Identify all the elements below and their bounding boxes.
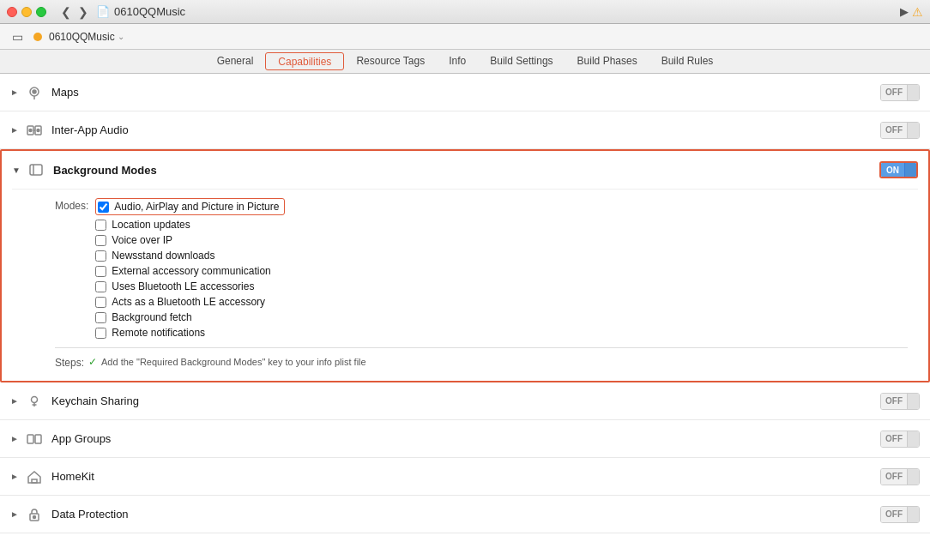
- maps-label: Maps: [51, 86, 880, 99]
- mode-voip-checkbox[interactable]: [95, 235, 106, 246]
- back-button[interactable]: ❮: [58, 5, 74, 19]
- inter-app-audio-label: Inter-App Audio: [51, 123, 880, 136]
- nav-buttons[interactable]: ❮ ❯: [58, 5, 91, 19]
- steps-row: Steps: ✓ Add the "Required Background Mo…: [55, 347, 908, 369]
- homekit-toggle[interactable]: OFF ON: [880, 468, 920, 485]
- cap-row-header-data-protection: ► Data Protection OFF ON: [10, 496, 920, 533]
- mode-newsstand-checkbox[interactable]: [95, 250, 106, 262]
- tab-info[interactable]: Info: [437, 50, 478, 73]
- expand-data-protection[interactable]: ►: [10, 509, 24, 519]
- sidebar-toggle-button[interactable]: ▭: [9, 28, 27, 45]
- maps-toggle-slider: [907, 85, 919, 100]
- tab-build-rules[interactable]: Build Rules: [649, 50, 726, 73]
- cap-row-background-modes: ▼ Background Modes ON Modes:: [0, 149, 930, 382]
- mode-voip-item: Voice over IP: [95, 234, 285, 246]
- maximize-button[interactable]: [36, 7, 46, 17]
- data-protection-toggle[interactable]: OFF ON: [880, 506, 920, 523]
- svg-point-6: [29, 129, 32, 131]
- homekit-toggle-off: OFF: [881, 469, 907, 485]
- maps-toggle[interactable]: OFF ON: [880, 84, 920, 101]
- mode-bluetooth-accessory-label: Acts as a Bluetooth LE accessory: [112, 296, 265, 308]
- inter-app-audio-toggle-off: OFF: [881, 123, 907, 138]
- app-groups-icon: [24, 429, 45, 449]
- tab-general[interactable]: General: [205, 50, 266, 73]
- modes-row: Modes: Audio, AirPlay and Picture in Pic…: [55, 198, 908, 339]
- cap-row-header-inter-app-audio: ► Inter-App Audio OFF ON: [10, 111, 920, 149]
- titlebar-right-controls[interactable]: ▶ ⚠: [900, 5, 923, 19]
- modes-options: Audio, AirPlay and Picture in Picture Lo…: [95, 198, 285, 339]
- doc-icon: 📄: [96, 5, 110, 18]
- mode-background-fetch-checkbox[interactable]: [95, 312, 106, 323]
- titlebar: ❮ ❯ 📄 0610QQMusic ▶ ⚠: [0, 0, 930, 24]
- cap-row-maps: ► Maps OFF ON: [0, 74, 930, 111]
- sidebar-right-button[interactable]: ▶: [900, 5, 909, 19]
- warning-icon: ⚠: [912, 5, 923, 19]
- keychain-sharing-toggle-slider: [907, 394, 919, 409]
- mode-remote-notifications-label: Remote notifications: [112, 327, 205, 339]
- expand-inter-app-audio[interactable]: ►: [10, 125, 24, 135]
- expand-homekit[interactable]: ►: [10, 472, 24, 481]
- mode-audio-item: Audio, AirPlay and Picture in Picture: [98, 201, 279, 213]
- modes-label-text: Modes:: [55, 198, 88, 212]
- mode-remote-notifications-checkbox[interactable]: [95, 328, 106, 339]
- svg-rect-13: [32, 479, 37, 483]
- expand-maps[interactable]: ►: [10, 87, 24, 97]
- expand-keychain-sharing[interactable]: ►: [10, 396, 24, 406]
- data-protection-toggle-slider: [907, 507, 919, 522]
- background-modes-icon: [26, 160, 46, 180]
- cap-row-header-keychain-sharing: ► Keychain Sharing OFF ON: [10, 382, 920, 420]
- main-content: ► Maps OFF ON ►: [0, 74, 930, 560]
- svg-rect-8: [30, 165, 42, 175]
- mode-bluetooth-accessory-checkbox[interactable]: [95, 297, 106, 308]
- mode-background-fetch-label: Background fetch: [112, 311, 191, 323]
- window-title: 📄 0610QQMusic: [96, 5, 185, 18]
- mode-bluetooth-le-item: Uses Bluetooth LE accessories: [95, 280, 285, 292]
- keychain-sharing-icon: [24, 391, 45, 412]
- cap-row-header-background-modes: ▼ Background Modes ON: [12, 151, 918, 189]
- inter-app-audio-toggle[interactable]: OFF ON: [880, 122, 920, 139]
- mode-audio-group: Audio, AirPlay and Picture in Picture: [95, 198, 285, 215]
- homekit-icon: [24, 467, 45, 487]
- mode-external-accessory-label: External accessory communication: [112, 265, 270, 277]
- cap-row-header-app-groups: ► App Groups OFF ON: [10, 420, 920, 458]
- tab-capabilities[interactable]: Capabilities: [265, 52, 344, 70]
- close-button[interactable]: [7, 7, 17, 17]
- mode-voip-label: Voice over IP: [112, 234, 172, 246]
- app-groups-toggle-slider: [907, 431, 919, 447]
- cap-row-homekit: ► HomeKit OFF ON: [0, 458, 930, 496]
- title-text: 0610QQMusic: [114, 5, 185, 18]
- expand-background-modes[interactable]: ▼: [12, 166, 26, 175]
- project-name-label[interactable]: 0610QQMusic: [49, 31, 124, 43]
- svg-rect-12: [35, 435, 41, 443]
- tab-build-settings[interactable]: Build Settings: [478, 50, 565, 73]
- window-controls[interactable]: [7, 7, 46, 17]
- cap-row-keychain-sharing: ► Keychain Sharing OFF ON: [0, 382, 930, 420]
- mode-background-fetch-item: Background fetch: [95, 311, 285, 323]
- mode-location-label: Location updates: [112, 219, 190, 231]
- projectbar: ▭ 0610QQMusic: [0, 24, 930, 50]
- keychain-sharing-toggle[interactable]: OFF ON: [880, 393, 920, 410]
- mode-location-checkbox[interactable]: [95, 220, 106, 231]
- background-modes-label: Background Modes: [53, 164, 879, 177]
- mode-newsstand-label: Newsstand downloads: [112, 250, 214, 262]
- homekit-toggle-slider: [907, 469, 919, 485]
- mode-bluetooth-le-label: Uses Bluetooth LE accessories: [112, 280, 254, 292]
- tab-build-phases[interactable]: Build Phases: [565, 50, 649, 73]
- mode-external-accessory-item: External accessory communication: [95, 265, 285, 277]
- mode-external-accessory-checkbox[interactable]: [95, 266, 106, 277]
- svg-point-7: [37, 129, 39, 131]
- minimize-button[interactable]: [21, 7, 32, 17]
- expand-app-groups[interactable]: ►: [10, 434, 24, 443]
- app-groups-toggle-off: OFF: [881, 431, 907, 447]
- background-modes-toggle[interactable]: ON: [879, 161, 918, 178]
- background-modes-toggle-on: ON: [881, 163, 904, 177]
- mode-audio-checkbox[interactable]: [98, 202, 109, 213]
- mode-bluetooth-le-checkbox[interactable]: [95, 281, 106, 292]
- app-groups-label: App Groups: [51, 432, 880, 445]
- forward-button[interactable]: ❯: [75, 5, 91, 19]
- app-groups-toggle[interactable]: OFF ON: [880, 431, 920, 448]
- tab-resource-tags[interactable]: Resource Tags: [344, 50, 437, 73]
- background-modes-expanded: Modes: Audio, AirPlay and Picture in Pic…: [12, 189, 918, 381]
- mode-audio-label: Audio, AirPlay and Picture in Picture: [114, 201, 279, 213]
- homekit-label: HomeKit: [51, 470, 880, 483]
